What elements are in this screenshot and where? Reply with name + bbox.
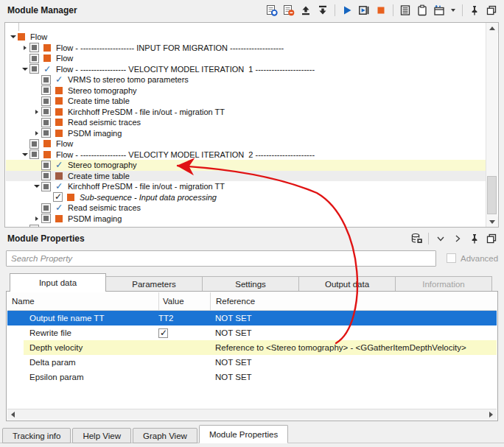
view-tab-module-properties[interactable]: Module Properties xyxy=(199,425,288,443)
tree-row[interactable]: ✓VRMS to stereo tomo parameters xyxy=(6,74,486,85)
expand-arrow-icon[interactable] xyxy=(21,43,29,52)
tree-row[interactable]: ✓Kirchhoff PreSDM - file in/out - migrat… xyxy=(6,181,486,192)
tree-checkbox[interactable] xyxy=(41,75,51,85)
search-property-input[interactable] xyxy=(6,250,436,267)
tab-parameters[interactable]: Parameters xyxy=(106,276,203,292)
scroll-up-icon[interactable] xyxy=(486,23,498,33)
tree-checkbox[interactable] xyxy=(29,64,39,74)
tab-label: Input data xyxy=(39,278,77,287)
table-row[interactable]: Depth velocityReference to <Stereo tomog… xyxy=(7,340,497,355)
tab-information[interactable]: Information xyxy=(396,276,492,292)
tree-vertical-scrollbar[interactable] xyxy=(486,23,497,227)
pin-icon[interactable] xyxy=(468,232,481,245)
tree-checkbox[interactable] xyxy=(41,85,51,95)
tab-settings[interactable]: Settings xyxy=(203,276,299,292)
property-reference: NOT SET xyxy=(210,358,497,367)
stop-icon[interactable] xyxy=(374,4,388,17)
table-row[interactable]: Output file name TTTT2NOT SET xyxy=(7,311,497,325)
chevron-right-icon[interactable] xyxy=(451,232,464,245)
tree-checkbox[interactable] xyxy=(41,214,51,223)
tree-checkbox[interactable] xyxy=(41,128,51,138)
export-up-icon[interactable] xyxy=(299,4,312,17)
tree-checkbox[interactable] xyxy=(29,139,39,149)
tree-item-label: PSDM imaging xyxy=(68,214,122,223)
scroll-down-icon[interactable] xyxy=(486,217,498,227)
tree-row[interactable]: ✓Flow - ----------------- VELOCITY MODEL… xyxy=(6,64,486,75)
tree-checkbox[interactable] xyxy=(29,149,39,159)
scroll-left-icon[interactable] xyxy=(7,409,18,420)
run-flow-icon[interactable] xyxy=(357,4,371,17)
tree-checkbox[interactable] xyxy=(41,107,51,116)
float-window-icon[interactable] xyxy=(485,232,498,245)
table-row[interactable]: Epsilon paramNOT SET xyxy=(7,370,497,384)
database-lock-icon[interactable] xyxy=(410,232,423,245)
tree-row[interactable]: PSDM imaging xyxy=(6,128,486,139)
tree-row[interactable]: Create time table xyxy=(6,96,486,107)
collapse-arrow-icon[interactable] xyxy=(9,32,18,41)
module-state-icon xyxy=(55,87,63,94)
tree-checkbox[interactable] xyxy=(53,192,63,202)
tree-row[interactable] xyxy=(6,224,486,227)
value-checkbox[interactable] xyxy=(158,328,168,338)
module-state-icon xyxy=(18,33,25,41)
new-window-icon[interactable] xyxy=(433,4,446,17)
expand-arrow-icon[interactable] xyxy=(32,214,41,223)
toolbar-separator xyxy=(393,4,393,16)
clipboard-icon[interactable] xyxy=(416,4,429,17)
tree-checkbox[interactable] xyxy=(41,96,51,106)
module-state-icon xyxy=(43,140,51,147)
scroll-right-icon[interactable] xyxy=(486,409,497,420)
report-list-icon[interactable] xyxy=(399,4,412,17)
pin-icon[interactable] xyxy=(468,4,481,17)
tab-input-data[interactable]: Input data xyxy=(10,273,106,292)
tree-row[interactable]: ✓Stereo tomography xyxy=(6,160,486,171)
add-module-icon[interactable] xyxy=(265,4,279,17)
collapse-arrow-icon[interactable] xyxy=(21,150,29,159)
tree-row[interactable]: Flow xyxy=(6,53,486,64)
remove-module-icon[interactable] xyxy=(282,4,295,17)
expand-arrow-icon[interactable] xyxy=(32,129,41,138)
tree-row[interactable]: Kirchhoff PreSDM - file in/out - migrati… xyxy=(6,107,486,118)
tree-checkbox[interactable] xyxy=(41,203,51,213)
tree-row[interactable]: Flow xyxy=(6,32,486,43)
tree-row[interactable]: Flow - -------------------- INPUT FOR MI… xyxy=(6,43,486,54)
tab-label: Settings xyxy=(235,280,266,289)
run-icon[interactable] xyxy=(340,4,354,17)
module-check-icon: ✓ xyxy=(55,76,65,83)
tree-checkbox[interactable] xyxy=(41,161,51,170)
tree-scrollbar-thumb[interactable] xyxy=(487,176,497,214)
module-state-icon xyxy=(43,151,51,158)
view-tab-graph-view[interactable]: Graph View xyxy=(133,428,197,443)
tree-row[interactable]: Stereo tomography xyxy=(6,85,486,96)
tree-row[interactable]: PSDM imaging xyxy=(6,214,486,225)
tree-checkbox[interactable] xyxy=(29,43,39,52)
table-row[interactable]: Delta paramNOT SET xyxy=(7,355,497,370)
tree-item-label: Flow xyxy=(56,139,73,148)
tree-row[interactable]: Read seismic traces xyxy=(6,117,486,128)
tree-checkbox[interactable] xyxy=(29,54,39,63)
tree-checkbox[interactable] xyxy=(29,225,39,227)
tree-row[interactable]: Flow xyxy=(6,138,486,149)
view-tab-help-view[interactable]: Help View xyxy=(72,428,131,443)
collapse-arrow-icon[interactable] xyxy=(21,65,29,74)
tab-output-data[interactable]: Output data xyxy=(299,276,396,292)
tree-checkbox[interactable] xyxy=(41,171,51,180)
module-state-icon xyxy=(55,172,63,180)
import-down-icon[interactable] xyxy=(316,4,329,17)
property-reference: NOT SET xyxy=(210,328,497,337)
advanced-checkbox[interactable] xyxy=(447,253,456,263)
dropdown-caret-icon[interactable] xyxy=(449,4,457,17)
collapse-arrow-icon[interactable] xyxy=(32,182,41,191)
tree-checkbox[interactable] xyxy=(41,118,51,127)
chevron-down-icon[interactable] xyxy=(434,232,447,245)
tree-checkbox[interactable] xyxy=(41,182,51,191)
tree-row[interactable]: Flow - ----------------- VELOCITY MODEL … xyxy=(6,149,486,161)
tree-row[interactable]: Create time table xyxy=(6,171,486,182)
view-tab-tracking-info[interactable]: Tracking info xyxy=(2,428,71,443)
tree-row[interactable]: Sub-sequence - Input data processing xyxy=(6,192,486,203)
expand-arrow-icon[interactable] xyxy=(32,108,41,116)
properties-horizontal-scrollbar[interactable] xyxy=(7,409,497,420)
tree-row[interactable]: ✓Read seismic traces xyxy=(6,203,486,214)
float-window-icon[interactable] xyxy=(485,4,498,17)
table-row[interactable]: Rewrite fileNOT SET xyxy=(7,325,497,340)
